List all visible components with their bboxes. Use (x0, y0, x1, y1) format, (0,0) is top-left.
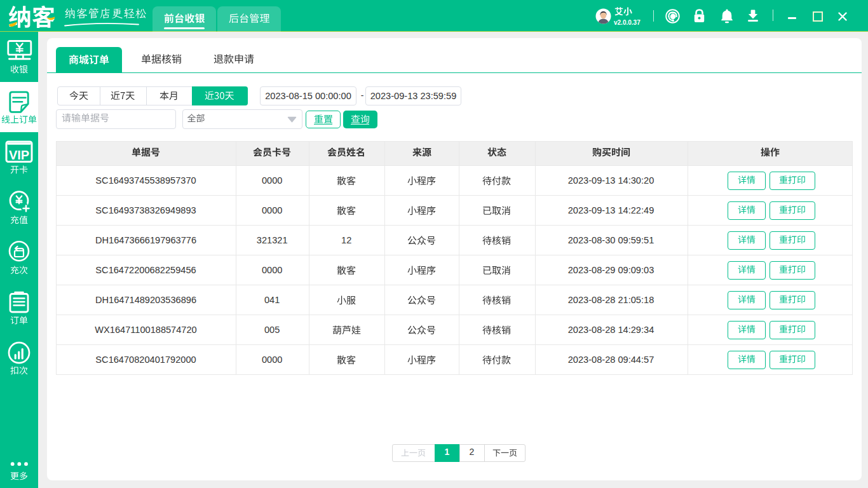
svg-text:VIP: VIP (9, 147, 29, 161)
